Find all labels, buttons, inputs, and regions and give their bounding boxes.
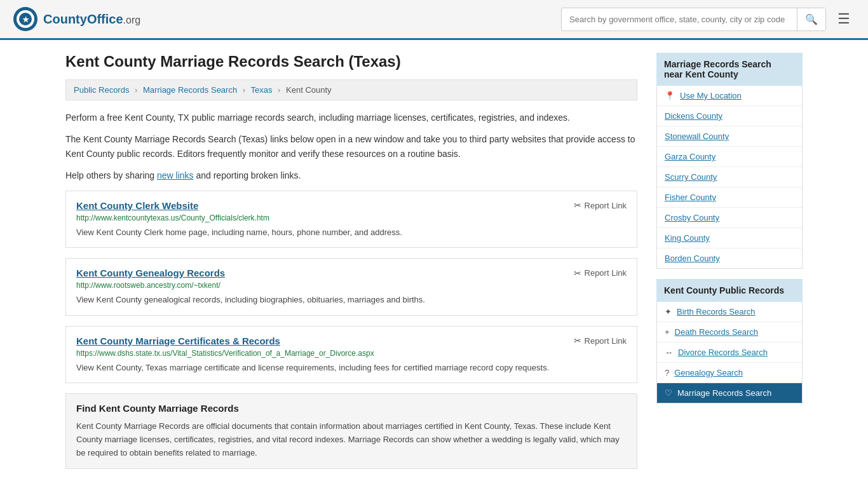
record-desc-2: View Kent County genealogical records, i… <box>76 294 627 306</box>
description-1: Perform a free Kent County, TX public ma… <box>65 111 637 125</box>
location-icon: 📍 <box>665 91 675 100</box>
sidebar-item-borden[interactable]: Borden County <box>657 248 802 268</box>
svg-text:★: ★ <box>22 15 29 24</box>
record-card-1: Kent County Clerk Website ✂ Report Link … <box>65 191 637 248</box>
report-label-3: Report Link <box>585 336 627 346</box>
report-link-2[interactable]: ✂ Report Link <box>574 268 627 278</box>
find-section: Find Kent County Marriage Records Kent C… <box>65 393 637 469</box>
sidebar-item-crosby[interactable]: Crosby County <box>657 208 802 228</box>
sidebar-item-scurry[interactable]: Scurry County <box>657 167 802 187</box>
report-icon-1: ✂ <box>574 200 581 210</box>
marriage-records-link[interactable]: Marriage Records Search <box>677 388 771 398</box>
breadcrumb-sep-3: › <box>278 85 280 95</box>
death-icon: + <box>665 327 670 337</box>
birth-records-link[interactable]: Birth Records Search <box>677 307 756 316</box>
find-section-text: Kent County Marriage Records are officia… <box>76 420 627 459</box>
record-url-3: https://www.dshs.state.tx.us/Vital_Stati… <box>76 349 627 358</box>
report-link-3[interactable]: ✂ Report Link <box>574 336 627 346</box>
sidebar-item-fisher[interactable]: Fisher County <box>657 187 802 208</box>
report-label-2: Report Link <box>585 268 627 278</box>
find-section-title: Find Kent County Marriage Records <box>76 403 627 414</box>
garza-county-link[interactable]: Garza County <box>665 152 715 161</box>
breadcrumb-sep-2: › <box>243 85 245 95</box>
sidebar-item-birth[interactable]: ✦ Birth Records Search <box>657 302 802 322</box>
sidebar-public-records-content: ✦ Birth Records Search + Death Records S… <box>656 302 803 403</box>
main-container: Kent County Marriage Records Search (Tex… <box>53 40 815 482</box>
birth-icon: ✦ <box>665 307 672 316</box>
sidebar-item-king[interactable]: King County <box>657 228 802 248</box>
breadcrumb-sep-1: › <box>135 85 137 95</box>
sidebar-public-records-header: Kent County Public Records <box>656 279 803 302</box>
death-records-link[interactable]: Death Records Search <box>675 327 759 337</box>
content-area: Kent County Marriage Records Search (Tex… <box>65 53 637 469</box>
sidebar-item-death[interactable]: + Death Records Search <box>657 322 802 342</box>
fisher-county-link[interactable]: Fisher County <box>665 193 716 202</box>
divorce-records-link[interactable]: Divorce Records Search <box>678 348 768 357</box>
breadcrumb-kent-county: Kent County <box>286 85 332 95</box>
search-input[interactable] <box>562 10 797 29</box>
logo-area: ★ CountyOffice.org <box>13 6 140 32</box>
divorce-icon: ↔ <box>665 348 673 357</box>
king-county-link[interactable]: King County <box>665 233 710 243</box>
header-right: 🔍 ☰ <box>561 8 855 31</box>
header: ★ CountyOffice.org 🔍 ☰ <box>0 0 868 40</box>
page-title: Kent County Marriage Records Search (Tex… <box>65 53 637 71</box>
sidebar: Marriage Records Searchnear Kent County … <box>656 53 803 469</box>
sidebar-item-divorce[interactable]: ↔ Divorce Records Search <box>657 342 802 363</box>
new-links-link[interactable]: new links <box>157 170 194 180</box>
sidebar-public-records-header-text: Kent County Public Records <box>664 285 784 295</box>
breadcrumb-texas[interactable]: Texas <box>251 85 273 95</box>
dickens-county-link[interactable]: Dickens County <box>665 111 722 121</box>
search-button[interactable]: 🔍 <box>797 8 825 30</box>
record-url-2: http://www.rootsweb.ancestry.com/~txkent… <box>76 281 627 290</box>
record-card-2-title[interactable]: Kent County Genealogy Records <box>76 268 225 278</box>
sidebar-item-stonewall[interactable]: Stonewall County <box>657 126 802 147</box>
report-icon-2: ✂ <box>574 268 581 278</box>
sidebar-item-garza[interactable]: Garza County <box>657 147 802 167</box>
record-card-3-title[interactable]: Kent County Marriage Certificates & Reco… <box>76 336 280 346</box>
sidebar-nearby-header: Marriage Records Searchnear Kent County <box>656 53 803 86</box>
record-desc-3: View Kent County, Texas marriage certifi… <box>76 362 627 374</box>
breadcrumb: Public Records › Marriage Records Search… <box>65 79 637 100</box>
menu-button[interactable]: ☰ <box>832 8 855 30</box>
record-card-3-header: Kent County Marriage Certificates & Reco… <box>76 336 627 346</box>
marriage-icon: ♡ <box>665 388 672 398</box>
sidebar-item-use-location[interactable]: 📍 Use My Location <box>657 86 802 106</box>
stonewall-county-link[interactable]: Stonewall County <box>665 132 729 141</box>
search-bar: 🔍 <box>561 8 826 31</box>
genealogy-icon: ? <box>665 368 669 377</box>
sidebar-public-records-section: Kent County Public Records ✦ Birth Recor… <box>656 279 803 403</box>
record-desc-1: View Kent County Clerk home page, includ… <box>76 226 627 239</box>
description-3: Help others by sharing new links and rep… <box>65 168 637 182</box>
breadcrumb-marriage-records[interactable]: Marriage Records Search <box>143 85 237 95</box>
description-2: The Kent County Marriage Records Search … <box>65 132 637 161</box>
sidebar-item-genealogy[interactable]: ? Genealogy Search <box>657 363 802 383</box>
sidebar-item-marriage[interactable]: ♡ Marriage Records Search <box>657 383 802 403</box>
report-label-1: Report Link <box>585 201 627 210</box>
record-url-1: http://www.kentcountytexas.us/County_Off… <box>76 214 627 222</box>
use-my-location-link[interactable]: Use My Location <box>680 91 742 100</box>
sidebar-item-dickens[interactable]: Dickens County <box>657 106 802 126</box>
record-card-1-title[interactable]: Kent County Clerk Website <box>76 200 198 211</box>
sidebar-nearby-content: 📍 Use My Location Dickens County Stonewa… <box>656 86 803 269</box>
report-icon-3: ✂ <box>574 336 581 346</box>
report-link-1[interactable]: ✂ Report Link <box>574 200 627 210</box>
scurry-county-link[interactable]: Scurry County <box>665 172 717 182</box>
sidebar-nearby-header-text: Marriage Records Searchnear Kent County <box>664 59 771 79</box>
record-card-3: Kent County Marriage Certificates & Reco… <box>65 326 637 384</box>
crosby-county-link[interactable]: Crosby County <box>665 213 719 222</box>
genealogy-search-link[interactable]: Genealogy Search <box>674 368 743 377</box>
record-card-1-header: Kent County Clerk Website ✂ Report Link <box>76 200 627 211</box>
logo-text: CountyOffice.org <box>43 12 140 27</box>
borden-county-link[interactable]: Borden County <box>665 254 720 263</box>
record-card-2: Kent County Genealogy Records ✂ Report L… <box>65 258 637 316</box>
logo-icon: ★ <box>13 6 38 32</box>
record-card-2-header: Kent County Genealogy Records ✂ Report L… <box>76 268 627 278</box>
sidebar-nearby-section: Marriage Records Searchnear Kent County … <box>656 53 803 269</box>
breadcrumb-public-records[interactable]: Public Records <box>74 85 129 95</box>
